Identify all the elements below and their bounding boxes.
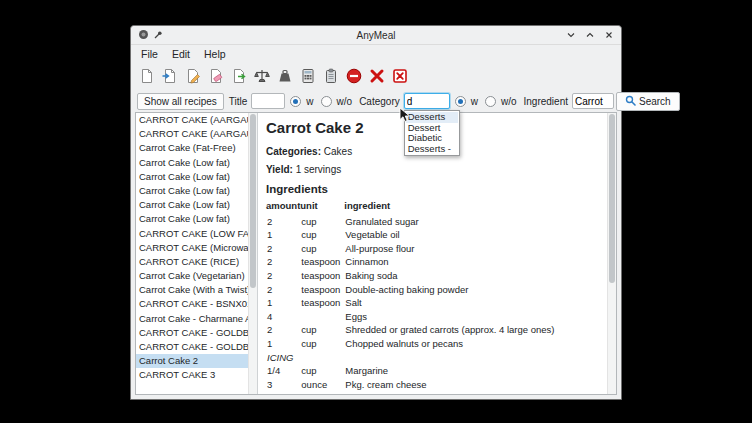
title-with-label: w [306, 96, 313, 107]
yield-value: 1 servings [296, 164, 342, 175]
menu-file[interactable]: File [134, 47, 165, 61]
ingredient-row: 2cupGranulated sugar [266, 215, 555, 229]
title-filter-input[interactable] [251, 93, 285, 109]
close-database-icon[interactable] [389, 65, 410, 87]
category-without-radio[interactable] [485, 96, 496, 107]
pin-icon [153, 26, 163, 44]
ingredient-row: 1/4cupMargarine [266, 364, 555, 378]
list-item[interactable]: Carrot Cake - Charmane An... [136, 312, 248, 326]
list-item[interactable]: CARROT CAKE - GOLDBECK [136, 326, 248, 340]
list-item[interactable]: CARROT CAKE - GOLDBECK [136, 340, 248, 354]
window-controls [566, 30, 614, 40]
ingredient-row: 4Eggs [266, 310, 555, 324]
menu-help[interactable]: Help [197, 47, 233, 61]
list-item[interactable]: Carrot Cake (With a Twist) [136, 283, 248, 297]
maximize-button[interactable] [585, 30, 595, 40]
list-item[interactable]: Carrot Cake (Low fat) [136, 184, 248, 198]
list-item[interactable]: Carrot Cake 2 [136, 354, 248, 368]
minimize-button[interactable] [566, 30, 576, 40]
ingredient-row: 3ouncePkg. cream cheese [266, 378, 555, 392]
categories-value: Cakes [324, 146, 352, 157]
ingredient-row: 1teaspoonSalt [266, 296, 555, 310]
list-item[interactable]: Carrot Cake (Vegetarian) [136, 269, 248, 283]
list-item[interactable]: CARROT CAKE - BSNX01A [136, 297, 248, 311]
export-document-icon[interactable] [228, 65, 249, 87]
column-unit: unit [300, 200, 344, 215]
ingredient-row: 2teaspoonDouble-acting baking powder [266, 283, 555, 297]
yield-label: Yield: [266, 164, 293, 175]
category-with-radio[interactable] [455, 96, 466, 107]
recipe-detail-scrollbar-thumb[interactable] [609, 114, 615, 283]
ingredient-filter-label: Ingredient [524, 96, 568, 107]
dropdown-item[interactable]: Diabetic [406, 133, 458, 144]
main-content: CARROT CAKE (AARGAU)CARROT CAKE (AARGAU)… [135, 112, 617, 395]
weight-icon[interactable] [274, 65, 295, 87]
stop-icon[interactable] [343, 65, 364, 87]
toolbar [131, 63, 621, 89]
recipe-detail-scrollbar[interactable] [607, 113, 616, 394]
titlebar[interactable]: AnyMeal [131, 26, 621, 45]
categories-label: Categories: [266, 146, 321, 157]
titlebar-icons [138, 26, 163, 44]
edit-recipe-icon[interactable] [182, 65, 203, 87]
ingredient-row: 2teaspoonCinnamon [266, 255, 555, 269]
erase-recipe-icon[interactable] [205, 65, 226, 87]
calculator-icon[interactable] [297, 65, 318, 87]
delete-icon[interactable] [366, 65, 387, 87]
ingredient-section-row: ICING [266, 351, 555, 365]
title-without-radio[interactable] [321, 96, 332, 107]
category-without-label: w/o [501, 96, 517, 107]
title-without-label: w/o [337, 96, 353, 107]
dropdown-item[interactable]: Dessert [406, 123, 458, 134]
anymeal-window: AnyMeal File Edit Help Show all recipes … [130, 25, 622, 400]
recipe-list: CARROT CAKE (AARGAU)CARROT CAKE (AARGAU)… [136, 113, 248, 394]
show-all-recipes-button[interactable]: Show all recipes [137, 93, 224, 110]
ingredients-table-body: 2cupGranulated sugar1cupVegetable oil2cu… [266, 215, 555, 394]
list-item[interactable]: CARROT CAKE (RICE) [136, 255, 248, 269]
ingredient-row: 1cupVegetable oil [266, 228, 555, 242]
clipboard-icon[interactable] [320, 65, 341, 87]
ingredient-row: 2cupShredded or grated carrots (approx. … [266, 323, 555, 337]
search-button[interactable]: Search [616, 92, 680, 111]
search-button-label: Search [639, 96, 671, 107]
title-filter-label: Title [229, 96, 248, 107]
dropdown-item[interactable]: Desserts [406, 112, 458, 123]
category-filter-label: Category [359, 96, 400, 107]
recipe-list-scrollbar-thumb[interactable] [250, 114, 256, 288]
menubar: File Edit Help [131, 45, 621, 63]
mouse-cursor [399, 107, 411, 127]
close-button[interactable] [604, 30, 614, 40]
ingredient-filter-input[interactable] [572, 93, 614, 109]
new-document-icon[interactable] [136, 65, 157, 87]
list-item[interactable]: Carrot Cake (Low fat) [136, 156, 248, 170]
list-item[interactable]: CARROT CAKE (AARGAU) [136, 127, 248, 141]
dropdown-item[interactable]: Desserts - [406, 144, 458, 155]
list-item[interactable]: Carrot Cake (Low fat) [136, 212, 248, 226]
column-amount: amount [266, 200, 300, 215]
column-ingredient: ingredient [344, 200, 555, 215]
import-document-icon[interactable] [159, 65, 180, 87]
recipe-list-scrollbar[interactable] [248, 113, 258, 394]
ingredient-row: 1cupChopped walnuts or pecans [266, 337, 555, 351]
list-item[interactable]: CARROT CAKE (Microwave) [136, 241, 248, 255]
search-icon [625, 95, 636, 108]
app-icon [138, 26, 149, 44]
category-with-label: w [471, 96, 478, 107]
filter-bar: Show all recipes Title w w/o Category De… [131, 89, 621, 113]
list-item[interactable]: Carrot Cake (Low fat) [136, 170, 248, 184]
list-item[interactable]: CARROT CAKE (LOW FAT) [136, 227, 248, 241]
window-title: AnyMeal [131, 30, 621, 41]
ingredients-heading: Ingredients [266, 183, 599, 195]
menu-edit[interactable]: Edit [165, 47, 197, 61]
list-item[interactable]: Carrot Cake (Fat-Free) [136, 141, 248, 155]
ingredient-row: 2cupSifted confectioners sugar (approx.) [266, 391, 555, 394]
list-item[interactable]: CARROT CAKE 3 [136, 368, 248, 382]
list-item[interactable]: Carrot Cake (Low fat) [136, 198, 248, 212]
scale-icon[interactable] [251, 65, 272, 87]
ingredient-row: 2teaspoonBaking soda [266, 269, 555, 283]
ingredient-row: 2cupAll-purpose flour [266, 242, 555, 256]
ingredients-table: amount unit ingredient 2cupGranulated su… [266, 200, 555, 394]
list-item[interactable]: CARROT CAKE (AARGAU) [136, 113, 248, 127]
title-with-radio[interactable] [290, 96, 301, 107]
category-dropdown: DessertsDessertDiabeticDesserts - [404, 110, 460, 156]
